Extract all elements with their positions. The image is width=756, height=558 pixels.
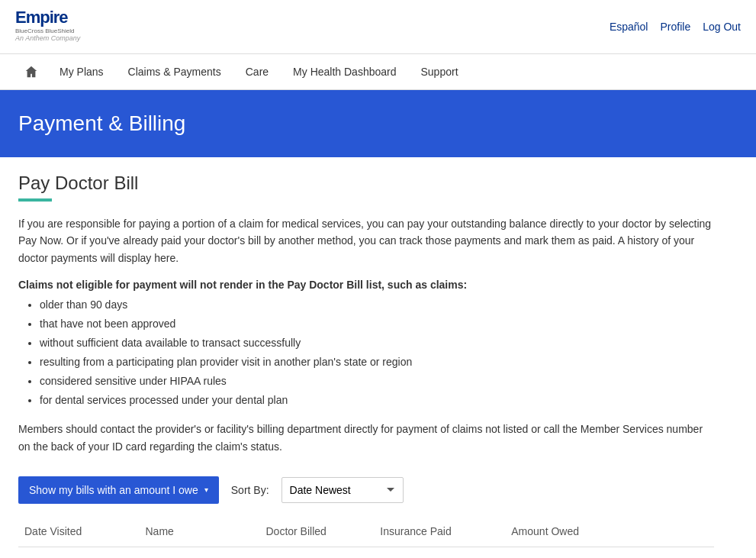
list-item: for dental services processed under your…: [40, 392, 714, 408]
col-name: Name: [139, 519, 259, 547]
main-nav: My Plans Claims & Payments Care My Healt…: [0, 54, 756, 90]
list-item: resulting from a participating plan prov…: [40, 354, 714, 370]
intro-text: If you are responsible for paying a port…: [18, 215, 714, 266]
cell-doctor-billed: $43.41: [259, 547, 374, 558]
hero-banner: Payment & Billing: [0, 90, 756, 157]
nav-health-dashboard[interactable]: My Health Dashboard: [281, 55, 408, 89]
nav-support[interactable]: Support: [409, 55, 471, 89]
claims-list: older than 90 days that have not been ap…: [40, 297, 714, 408]
nav-care[interactable]: Care: [233, 55, 281, 89]
nav-my-plans[interactable]: My Plans: [47, 55, 116, 89]
col-doctor-billed: Doctor Billed: [259, 519, 374, 547]
filter-button[interactable]: Show my bills with an amount I owe ▾: [18, 476, 219, 504]
list-item: without sufficient data available to tra…: [40, 335, 714, 351]
filter-row: Show my bills with an amount I owe ▾ Sor…: [18, 476, 714, 504]
table-body: Jan. 19, 2022 Dummy Taxid $43.41 $0.00 C…: [18, 547, 714, 558]
logo-area: Empire BlueCross BlueShield An Anthem Co…: [15, 8, 107, 46]
logo-bcbs-text: BlueCross BlueShield: [15, 27, 74, 34]
member-contact: Members should contact the provider's or…: [18, 421, 714, 455]
col-amount-owed: Amount Owed: [505, 519, 714, 547]
cell-amount-owed: $43.41 Mark as Paid | Pay Now ↗: [505, 547, 714, 558]
nav-claims-payments[interactable]: Claims & Payments: [116, 55, 233, 89]
home-icon[interactable]: [15, 54, 47, 89]
hero-title: Payment & Billing: [18, 111, 738, 136]
table-row: Jan. 19, 2022 Dummy Taxid $43.41 $0.00 C…: [18, 547, 714, 558]
logo-anthem-text: An Anthem Company: [15, 34, 80, 42]
logout-link[interactable]: Log Out: [703, 21, 741, 33]
main-content: Pay Doctor Bill If you are responsible f…: [0, 157, 732, 558]
title-underline: [18, 198, 52, 202]
col-date-visited: Date Visited: [18, 519, 139, 547]
cell-name: Dummy Taxid: [139, 547, 259, 558]
profile-link[interactable]: Profile: [660, 21, 690, 33]
sort-label: Sort By:: [231, 484, 269, 496]
table-header: Date Visited Name Doctor Billed Insuranc…: [18, 519, 714, 547]
list-item: considered sensitive under HIPAA rules: [40, 373, 714, 389]
list-item: that have not been approved: [40, 316, 714, 332]
cell-date-visited: Jan. 19, 2022: [18, 547, 139, 558]
col-insurance-paid: Insurance Paid: [374, 519, 505, 547]
filter-button-label: Show my bills with an amount I owe: [29, 484, 198, 496]
chevron-down-icon: ▾: [204, 485, 208, 494]
claims-notice: Claims not eligible for payment will not…: [18, 279, 714, 291]
page-title: Pay Doctor Bill: [18, 173, 714, 194]
list-item: older than 90 days: [40, 297, 714, 313]
sort-select[interactable]: Date Newest Date Oldest Amount High Amou…: [281, 477, 404, 503]
espanol-link[interactable]: Español: [610, 21, 648, 33]
logo-empire-text: Empire: [15, 8, 68, 27]
cell-insurance-paid: $0.00 Claim Details: [374, 547, 505, 558]
top-right-links: Español Profile Log Out: [610, 21, 741, 33]
logo: Empire BlueCross BlueShield An Anthem Co…: [15, 8, 107, 46]
top-header: Empire BlueCross BlueShield An Anthem Co…: [0, 0, 756, 54]
bills-table: Date Visited Name Doctor Billed Insuranc…: [18, 519, 714, 558]
